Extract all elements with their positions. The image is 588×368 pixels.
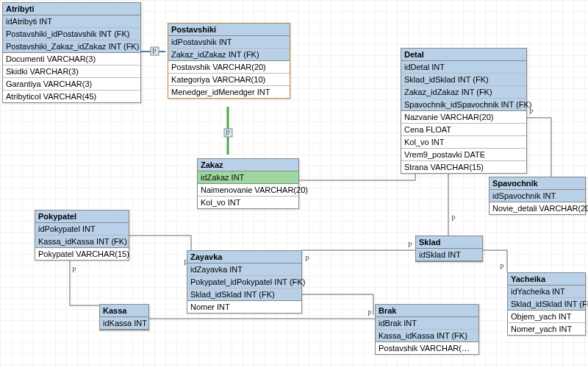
table-header: Kassa <box>100 305 148 317</box>
pk-column: Pokypatel_idPokypatel INT (FK) <box>187 276 301 289</box>
table-header: Detal <box>401 49 526 61</box>
table-brak[interactable]: BrakidBrak INTKassa_idKassa INT (FK)Post… <box>375 304 479 355</box>
table-header: Brak <box>376 305 478 317</box>
pk-column: Postavshiki_Zakaz_idZakaz INT (FK) <box>3 40 140 52</box>
table-atribyti[interactable]: AtribytiidAtribyti INTPostavshiki_idPost… <box>2 2 141 103</box>
column: Documenti VARCHAR(3) <box>3 53 140 66</box>
column: Kol_vo INT <box>401 136 526 149</box>
column: Naimenovanie VARCHAR(20) <box>198 184 298 197</box>
pk-column: Zakaz_idZakaz INT (FK) <box>168 49 290 60</box>
table-header: Zakaz <box>198 159 298 171</box>
pk-column: idDetal INT <box>401 61 526 74</box>
table-yacheika[interactable]: YacheikaidYacheika INTSklad_idSklad INT … <box>507 272 586 336</box>
pk-column: idBrak INT <box>376 317 478 330</box>
table-header: Zayavka <box>187 251 301 263</box>
table-sklad[interactable]: SkladidSklad INT <box>415 236 483 262</box>
column: Cena FLOAT <box>401 124 526 136</box>
column: Menedger_idMenedger INT <box>168 86 290 98</box>
column: Atribyticol VARCHAR(45) <box>3 91 140 102</box>
table-zakaz[interactable]: ZakazidZakaz INTNaimenovanie VARCHAR(20)… <box>197 158 299 209</box>
pk-column: Kassa_idKassa INT (FK) <box>35 236 129 247</box>
pk-column: Zakaz_idZakaz INT (FK) <box>401 86 526 99</box>
table-header: Atribyti <box>3 3 140 15</box>
column: Strana VARCHAR(15) <box>401 161 526 173</box>
pk-column: idZayavka INT <box>187 263 301 276</box>
column: Kol_vo INT <box>198 197 298 208</box>
column: Nazvanie VARCHAR(20) <box>401 111 526 124</box>
pk-column: idSklad INT <box>416 249 482 261</box>
pk-column: Sklad_idSklad INT (FK) <box>401 74 526 86</box>
pk-column: Kassa_idKassa INT (FK) <box>376 330 478 342</box>
column: Garantiya VARCHAR(3) <box>3 78 140 91</box>
table-header: Sklad <box>416 236 482 249</box>
pk-column: Sklad_idSklad INT (FK) <box>187 289 301 300</box>
pk-column: idPostavshik INT <box>168 36 290 49</box>
pk-column: idAtribyti INT <box>3 15 140 28</box>
pk-column: idZakaz INT <box>198 171 298 183</box>
pk-column: Sklad_idSklad INT (FK) <box>508 298 585 310</box>
pk-column: Postavshiki_idPostavshik INT (FK) <box>3 28 140 40</box>
pk-column: idKassa INT <box>100 317 148 329</box>
column: Vrem9_postavki DATE <box>401 149 526 161</box>
pk-column: idPokypatel INT <box>35 223 129 236</box>
table-header: Pokypatel <box>35 210 129 223</box>
table-postavshiki[interactable]: PostavshikiidPostavshik INTZakaz_idZakaz… <box>168 23 290 99</box>
pk-column: Spavochnik_idSpavochnik INT (FK) <box>401 99 526 110</box>
table-zayavka[interactable]: ZayavkaidZayavka INTPokypatel_idPokypate… <box>187 250 302 314</box>
pk-column: idYacheika INT <box>508 286 585 298</box>
pk-column: idSpavochnik INT <box>490 190 585 202</box>
column: Pokypatel VARCHAR(15) <box>35 248 129 260</box>
column: Nomer INT <box>187 301 301 313</box>
column: Postavshik VARCHAR(… <box>376 342 478 354</box>
table-pokypatel[interactable]: PokypatelidPokypatel INTKassa_idKassa IN… <box>35 210 129 261</box>
column: Skidki VARCHAR(3) <box>3 66 140 78</box>
column: Novie_detali VARCHAR(20) <box>490 202 585 214</box>
table-spavochnik[interactable]: SpavochnikidSpavochnik INTNovie_detali V… <box>489 177 586 215</box>
column: Objem_yach INT <box>508 311 585 323</box>
table-header: Postavshiki <box>168 24 290 36</box>
table-header: Yacheika <box>508 273 585 286</box>
column: Kategoriya VARCHAR(10) <box>168 74 290 86</box>
table-detal[interactable]: DetalidDetal INTSklad_idSklad INT (FK)Za… <box>401 48 527 174</box>
column: Postavshik VARCHAR(20) <box>168 61 290 74</box>
table-header: Spavochnik <box>490 177 585 190</box>
table-kassa[interactable]: KassaidKassa INT <box>99 304 149 330</box>
column: Nomer_yach INT <box>508 323 585 335</box>
